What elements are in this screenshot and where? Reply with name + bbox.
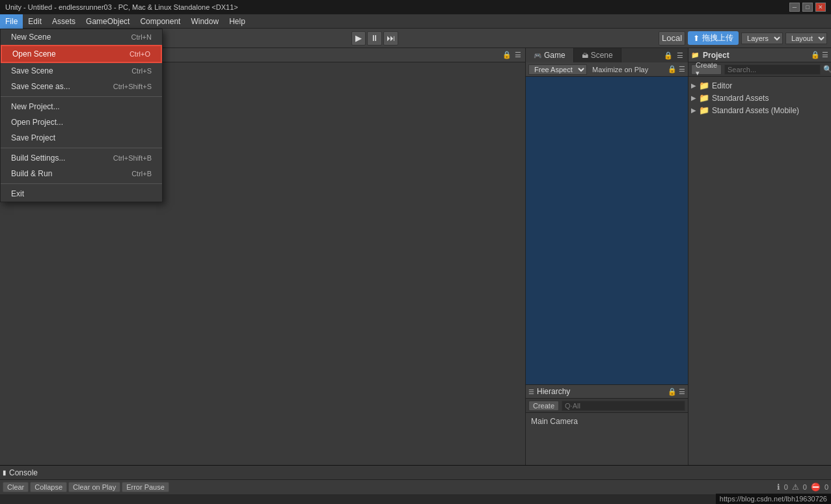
menu-help[interactable]: Help [224, 14, 251, 29]
folder-arrow-icon-2: ▶ [691, 94, 696, 101]
menu-save-project[interactable]: Save Project [1, 130, 162, 146]
project-content: ▶ 📁 Editor ▶ 📁 Standard Assets ▶ 📁 Stand… [688, 77, 831, 465]
scene-options-icon[interactable]: ☰ [513, 51, 523, 60]
folder-arrow-icon: ▶ [691, 82, 696, 89]
hierarchy-options: 🔒 ☰ [668, 388, 685, 396]
project-create-button[interactable]: Create ▾ [691, 64, 722, 75]
folder-standard-assets-mobile[interactable]: ▶ 📁 Standard Assets (Mobile) [688, 104, 831, 116]
game-hierarchy-column: 🎮 Game 🏔 Scene 🔒 ☰ Free Aspect Maximize … [525, 48, 688, 465]
folder-icon-3: 📁 [699, 105, 709, 115]
info-icon: ℹ [777, 483, 780, 492]
title-bar: Unity - Untitled - endlessrunner03 - PC,… [0, 0, 831, 14]
menu-build-settings[interactable]: Build Settings... Ctrl+Shift+B [1, 150, 162, 166]
menu-new-scene[interactable]: New Scene Ctrl+N [1, 29, 162, 45]
project-menu-icon[interactable]: ☰ [822, 51, 828, 59]
console-clear-on-play-button[interactable]: Clear on Play [68, 482, 120, 492]
layers-area: Layers Layout [741, 33, 827, 44]
console-error-pause-button[interactable]: Error Pause [122, 482, 169, 492]
project-lock-icon[interactable]: 🔒 [811, 51, 820, 59]
file-dropdown: New Scene Ctrl+N Open Scene Ctrl+O Save … [0, 29, 163, 202]
right-column: 🎮 Game 🏔 Scene 🔒 ☰ Free Aspect Maximize … [525, 48, 831, 465]
folder-mobile-label: Standard Assets (Mobile) [712, 106, 799, 115]
menu-new-project[interactable]: New Project... [1, 99, 162, 114]
window-title: Unity - Untitled - endlessrunner03 - PC,… [5, 3, 238, 11]
hierarchy-header: ☰ Hierarchy 🔒 ☰ [526, 384, 688, 399]
menu-save-scene-as[interactable]: Save Scene as... Ctrl+Shift+S [1, 79, 162, 94]
play-button[interactable]: ▶ [351, 31, 366, 46]
console-tab-icon: ▮ [3, 469, 7, 476]
menu-open-scene[interactable]: Open Scene Ctrl+O [1, 45, 162, 63]
tab-lock-icon[interactable]: 🔒 [662, 51, 675, 60]
close-button[interactable]: ✕ [815, 3, 826, 12]
separator-2 [1, 148, 162, 148]
window-controls: ─ □ ✕ [789, 3, 826, 12]
menu-gameobject[interactable]: GameObject [81, 14, 135, 29]
game-lock-icon[interactable]: 🔒 [668, 65, 677, 73]
play-controls: ▶ ⏸ ⏭ [351, 31, 398, 46]
project-tab-icon: 📁 [691, 51, 699, 59]
warning-icon: ⚠ [792, 483, 799, 492]
game-menu-icon[interactable]: ☰ [679, 65, 685, 73]
project-search-input[interactable] [724, 64, 821, 75]
pause-button[interactable]: ⏸ [367, 31, 382, 46]
menu-edit[interactable]: Edit [23, 14, 47, 29]
hierarchy-menu-icon[interactable]: ☰ [679, 388, 685, 396]
project-header: 📁 Project 🔒 ☰ [688, 48, 831, 62]
hierarchy-search-input[interactable] [562, 401, 685, 411]
upload-icon: ⬆ [693, 34, 700, 43]
layout-select[interactable]: Layout [785, 33, 827, 44]
upload-button[interactable]: ⬆ 拖拽上传 [688, 31, 739, 45]
hierarchy-toolbar: Create [526, 399, 688, 413]
step-button[interactable]: ⏭ [383, 31, 398, 46]
menu-component[interactable]: Component [135, 14, 185, 29]
folder-arrow-icon-3: ▶ [691, 107, 696, 114]
minimize-button[interactable]: ─ [789, 3, 800, 12]
game-viewport [526, 77, 688, 384]
tab-options: 🔒 ☰ [662, 48, 688, 62]
scene-tab-icon: 🏔 [582, 52, 588, 59]
folder-standard-label: Standard Assets [712, 94, 769, 103]
scene-lock-icon[interactable]: 🔒 [502, 51, 511, 60]
console-title: Console [9, 468, 38, 477]
menu-build-run[interactable]: Build & Run Ctrl+B [1, 166, 162, 181]
folder-icon-2: 📁 [699, 93, 709, 103]
menu-bar: File Edit Assets GameObject Component Wi… [0, 14, 831, 29]
game-toolbar: Free Aspect Maximize on Play 🔒 ☰ [526, 62, 688, 77]
hierarchy-main-camera[interactable]: Main Camera [531, 416, 683, 427]
hierarchy-create-button[interactable]: Create [528, 401, 559, 411]
console-clear-button[interactable]: Clear [3, 482, 29, 492]
tab-scene[interactable]: 🏔 Scene [574, 48, 621, 62]
local-toggle-button[interactable]: Local [659, 31, 685, 46]
tab-menu-icon[interactable]: ☰ [675, 51, 685, 60]
menu-assets[interactable]: Assets [47, 14, 81, 29]
project-options: 🔒 ☰ [811, 51, 828, 59]
hierarchy-lock-icon[interactable]: 🔒 [668, 388, 677, 396]
project-title: Project [703, 51, 729, 60]
layers-select[interactable]: Layers [741, 33, 783, 44]
folder-standard-assets[interactable]: ▶ 📁 Standard Assets [688, 92, 831, 104]
project-panel: 📁 Project 🔒 ☰ Create ▾ 🔍 🔒 ☆ ▶ 📁 Editor [688, 48, 831, 465]
console-header: ▮ Console [0, 466, 831, 480]
project-toolbar: Create ▾ 🔍 🔒 ☆ [688, 62, 831, 77]
console-area: ▮ Console Clear Collapse Clear on Play E… [0, 465, 831, 504]
aspect-ratio-select[interactable]: Free Aspect [528, 64, 587, 75]
error-count: 0 [824, 483, 828, 491]
folder-editor[interactable]: ▶ 📁 Editor [688, 79, 831, 92]
project-search-icon: 🔍 [823, 65, 831, 73]
menu-file[interactable]: File [0, 14, 23, 29]
folder-icon: 📁 [699, 81, 709, 90]
folder-editor-label: Editor [712, 81, 732, 90]
separator-3 [1, 183, 162, 184]
menu-save-scene[interactable]: Save Scene Ctrl+S [1, 63, 162, 79]
separator-1 [1, 96, 162, 97]
menu-exit[interactable]: Exit [1, 186, 162, 202]
menu-window[interactable]: Window [185, 14, 224, 29]
warning-count: 0 [803, 483, 807, 491]
view-tabs: 🎮 Game 🏔 Scene 🔒 ☰ [526, 48, 688, 62]
menu-open-project[interactable]: Open Project... [1, 114, 162, 130]
game-tab-icon: 🎮 [534, 52, 541, 59]
hierarchy-tab-icon: ☰ [528, 388, 534, 395]
tab-game[interactable]: 🎮 Game [526, 48, 574, 62]
maximize-button[interactable]: □ [802, 3, 813, 12]
console-collapse-button[interactable]: Collapse [30, 482, 67, 492]
